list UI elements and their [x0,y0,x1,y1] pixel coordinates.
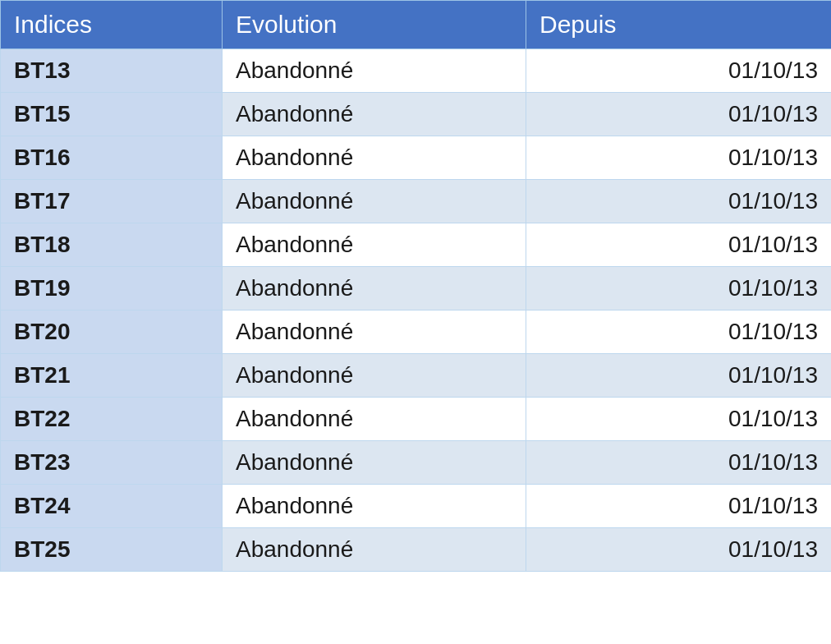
header-indices: Indices [1,1,223,49]
cell-indice: BT13 [1,49,223,93]
cell-evolution: Abandonné [223,93,526,136]
cell-indice: BT16 [1,136,223,180]
cell-depuis: 01/10/13 [526,223,832,267]
table-row: BT23Abandonné01/10/13 [1,441,832,485]
cell-depuis: 01/10/13 [526,398,832,441]
table-row: BT19Abandonné01/10/13 [1,267,832,310]
cell-evolution: Abandonné [223,49,526,93]
table-row: BT24Abandonné01/10/13 [1,485,832,528]
cell-depuis: 01/10/13 [526,528,832,572]
cell-evolution: Abandonné [223,441,526,485]
header-depuis: Depuis [526,1,832,49]
cell-evolution: Abandonné [223,528,526,572]
cell-evolution: Abandonné [223,136,526,180]
table-row: BT15Abandonné01/10/13 [1,93,832,136]
cell-indice: BT19 [1,267,223,310]
cell-depuis: 01/10/13 [526,485,832,528]
cell-evolution: Abandonné [223,485,526,528]
cell-evolution: Abandonné [223,180,526,223]
cell-evolution: Abandonné [223,398,526,441]
cell-evolution: Abandonné [223,310,526,354]
indices-table: Indices Evolution Depuis BT13Abandonné01… [0,0,831,572]
cell-evolution: Abandonné [223,267,526,310]
cell-indice: BT20 [1,310,223,354]
cell-indice: BT23 [1,441,223,485]
cell-indice: BT24 [1,485,223,528]
cell-depuis: 01/10/13 [526,49,832,93]
table-row: BT16Abandonné01/10/13 [1,136,832,180]
cell-evolution: Abandonné [223,354,526,398]
table-header-row: Indices Evolution Depuis [1,1,832,49]
table-row: BT21Abandonné01/10/13 [1,354,832,398]
cell-depuis: 01/10/13 [526,136,832,180]
cell-indice: BT25 [1,528,223,572]
table-row: BT22Abandonné01/10/13 [1,398,832,441]
table-row: BT25Abandonné01/10/13 [1,528,832,572]
table-row: BT20Abandonné01/10/13 [1,310,832,354]
cell-indice: BT21 [1,354,223,398]
cell-depuis: 01/10/13 [526,441,832,485]
table-row: BT18Abandonné01/10/13 [1,223,832,267]
cell-depuis: 01/10/13 [526,180,832,223]
cell-depuis: 01/10/13 [526,93,832,136]
cell-evolution: Abandonné [223,223,526,267]
cell-depuis: 01/10/13 [526,267,832,310]
cell-depuis: 01/10/13 [526,310,832,354]
header-evolution: Evolution [223,1,526,49]
cell-indice: BT17 [1,180,223,223]
cell-depuis: 01/10/13 [526,354,832,398]
table-row: BT13Abandonné01/10/13 [1,49,832,93]
table-row: BT17Abandonné01/10/13 [1,180,832,223]
cell-indice: BT15 [1,93,223,136]
cell-indice: BT22 [1,398,223,441]
cell-indice: BT18 [1,223,223,267]
